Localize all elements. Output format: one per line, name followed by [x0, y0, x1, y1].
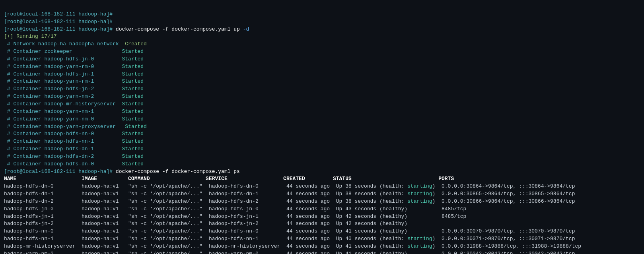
- table-row: hadoop-hdfs-nn-0 hadoop-ha:v1 "sh -c '/o…: [4, 228, 575, 234]
- table-row: hadoop-hdfs-dn-2 hadoop-ha:v1 "sh -c '/o…: [4, 198, 575, 204]
- terminal-output: [root@local-168-182-111 hadoop-ha]# [roo…: [4, 3, 640, 254]
- running-status: [+] Running 17/17: [4, 33, 57, 39]
- table-row: hadoop-hdfs-dn-1 hadoop-ha:v1 "sh -c '/o…: [4, 191, 575, 197]
- table-row: hadoop-mr-historyserver hadoop-ha:v1 "sh…: [4, 243, 581, 249]
- prompt-1: [root@local-168-182-111 hadoop-ha]#: [4, 11, 113, 17]
- prompt-3: [root@local-168-182-111 hadoop-ha]#: [4, 26, 113, 32]
- table-row: hadoop-hdfs-nn-1 hadoop-ha:v1 "sh -c '/o…: [4, 236, 575, 242]
- table-row: hadoop-hdfs-dn-0 hadoop-ha:v1 "sh -c '/o…: [4, 183, 575, 189]
- cmd-docker-compose-ps: docker-compose -f docker-compose.yaml ps: [116, 169, 240, 175]
- prompt-ps: [root@local-168-182-111 hadoop-ha]#: [4, 169, 113, 175]
- table-row: hadoop-hdfs-jn-1 hadoop-ha:v1 "sh -c '/o…: [4, 213, 466, 219]
- table-row: hadoop-hdfs-jn-0 hadoop-ha:v1 "sh -c '/o…: [4, 206, 466, 212]
- table-row: hadoop-yarn-nm-0 hadoop-ha:v1 "sh -c '/o…: [4, 251, 575, 254]
- table-header: NAME IMAGE COMMAND SERVICE CREATED STATU…: [4, 176, 454, 182]
- cmd-docker-compose-up: docker-compose -f docker-compose.yaml up…: [116, 26, 249, 32]
- table-row: hadoop-hdfs-jn-2 hadoop-ha:v1 "sh -c '/o…: [4, 221, 407, 227]
- prompt-2: [root@local-168-182-111 hadoop-ha]#: [4, 19, 113, 25]
